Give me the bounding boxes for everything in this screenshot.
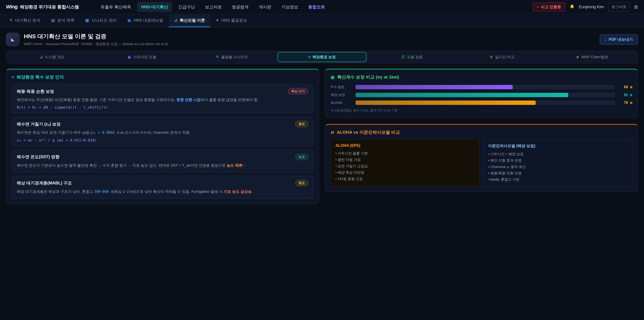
list-item: 해안 지형 효과 반영 — [488, 157, 628, 164]
factor-formula: z₀ = αc · u*² / g (αc ≈ 0.011~0.018) — [17, 138, 308, 142]
logout-button[interactable]: 로그아웃 — [608, 2, 630, 12]
section-tab-label: 해양환경 보정 — [312, 55, 336, 60]
lee-model-feature-list: 가우시안 + 해양 보정 해안 지형 효과 반영 Charnock z₀ 동적 … — [488, 151, 628, 183]
list-item: 해풍/육풍 전환 반영 — [488, 170, 628, 176]
module-tabbar: ✎ 대기확산 분석 ▤ 분석 목록 ▦ 시나리오 관리 ▣ HNS 대응매뉴얼 … — [0, 14, 644, 28]
pencil-icon: ✎ — [216, 55, 219, 59]
section-tab-model-validation[interactable]: ☑ 모델 검증 — [368, 52, 456, 62]
marine-correction-card: ≈ 해양환경 특수 보정 인자 해풍·육풍 순환 보정 핵심 인자 해안에서는 … — [6, 69, 319, 204]
list-item: 평탄 지형 가정 — [336, 157, 475, 163]
tab-label: 대기확산 분석 — [15, 18, 40, 23]
manual-book-icon: ▣ — [128, 18, 131, 22]
factor-title: 해수면 온도(SST) 영향 — [17, 154, 59, 160]
section-tab-system-overview[interactable]: ⊿ 시스템 개요 — [8, 52, 96, 62]
ruler-icon: ◣ — [11, 38, 14, 42]
list-item: Charnock z₀ 동적 계산 — [488, 164, 628, 170]
factor-description: 해수면은 육상 대비 표면 거칠기가 매우 낮음 (z₀ ≈ 0.0002 m … — [17, 130, 308, 136]
bar-row-aloha: ALOHA 78 m — [331, 101, 632, 105]
top-navigation: Wing 해양환경 위기대응 통합시스템 유출유 확산예측 HNS·대기확산 긴… — [0, 0, 644, 14]
tab-label: HNS 물질정보 — [221, 18, 247, 23]
tab-hns-substance-info[interactable]: ✦ HNS 물질정보 — [210, 14, 252, 27]
bar-fill — [356, 101, 536, 105]
factor-badge: 중요 — [295, 121, 308, 127]
list-item: MABL 혼합고 가변 — [488, 176, 628, 183]
bar-fill — [356, 93, 568, 97]
bar-track — [356, 85, 615, 89]
card-title-label: ALOHA vs 이문진박사모델 비교 — [337, 129, 400, 135]
alert-dot-icon: ● — [537, 5, 539, 9]
factor-sst-effect: 해수면 온도(SST) 영향 보조 해수면 온도가 기온보다 높으면 열적 불안… — [12, 150, 313, 172]
bar-value: 78 m — [618, 101, 632, 105]
nav-item-aerial-search[interactable]: 항공탐색 — [228, 2, 253, 12]
header-iconbox: ◣ — [6, 33, 20, 46]
section-tab-wrf-chem[interactable]: ➤ WRF-Chem발전 — [548, 52, 636, 62]
factor-title: 해풍·육풍 순환 보정 — [17, 89, 54, 94]
hamburger-menu-button[interactable]: ≡ — [634, 4, 638, 10]
user-name: Eunjeong Kim — [579, 5, 604, 9]
chart-icon: ⊿ — [174, 18, 178, 22]
section-tab-realtime-comparison[interactable]: ↯ 실시간 비교 — [458, 52, 546, 62]
lee-model-box: 이문진박사모델 (해양 보정) 가우시안 + 해양 보정 해안 지형 효과 반영… — [484, 139, 632, 187]
nav-item-weather[interactable]: 기상정보 — [278, 2, 302, 12]
brand-mark: Wing — [6, 4, 18, 10]
factor-badge: 보조 — [295, 154, 308, 160]
factor-description: 해수면 온도가 기온보다 높으면 열적 불안정 촉진 → 수직 혼합 증가 → … — [17, 162, 308, 168]
wave-icon: ≈ — [308, 55, 310, 59]
factor-description: 해양 대기경계층은 육상과 구조가 상이. 혼합고 300~800 m(육상 1… — [17, 189, 308, 195]
nav-item-integrated-search[interactable]: 통합조회 — [304, 2, 329, 12]
brand-logo[interactable]: Wing 해양환경 위기대응 통합시스템 — [6, 4, 79, 10]
check-icon: ☑ — [401, 55, 405, 59]
nav-item-hns-diffusion[interactable]: HNS·대기확산 — [137, 2, 172, 12]
main-nav: 유출유 확산예측 HNS·대기확산 긴급구난 보고자료 항공탐색 게시판 기상정… — [96, 2, 329, 12]
tab-label: 분석 목록 — [57, 18, 74, 23]
model-comparison-card: ⇄ ALOHA vs 이문진박사모델 비교 ALOHA (EPA) 가우시안 플… — [325, 124, 638, 192]
bar-value: 92 m — [618, 93, 632, 97]
tab-label: 확산모델 이론 — [180, 18, 205, 23]
incident-status-badge[interactable]: ● 사고 진행중 — [532, 2, 565, 12]
main-content: ≈ 해양환경 특수 보정 인자 해풍·육풍 순환 보정 핵심 인자 해안에서는 … — [6, 69, 638, 204]
section-tab-label: WRF-Chem발전 — [582, 55, 608, 60]
nav-item-reports[interactable]: 보고자료 — [201, 2, 226, 12]
factor-formula: θ(t) = θ₀ + Δθ · sigmoid((t - t_shift)/τ… — [17, 105, 308, 109]
section-tab-gaussian-model[interactable]: ◉ 가우시안 모델 — [98, 52, 186, 62]
notification-bell-button[interactable] — [569, 4, 575, 10]
pdf-export-button[interactable]: ↓ PDF 내보내기 — [600, 34, 638, 45]
section-tab-substance-scenarios[interactable]: ✎ 물질별 시나리오 — [188, 52, 276, 62]
nav-item-board[interactable]: 게시판 — [255, 2, 276, 12]
card-title-label: 해양환경 특수 보정 인자 — [16, 74, 64, 80]
compare-arrows-icon: ⇄ — [331, 130, 334, 134]
download-icon: ↓ — [605, 38, 607, 42]
menu-icon: ≡ — [634, 3, 638, 11]
pencil-icon: ✎ — [10, 18, 13, 22]
factor-title: 해상 대기경계층(MABL) 구조 — [17, 180, 72, 186]
section-tab-label: 시스템 개요 — [45, 55, 64, 60]
factor-badge: 중요 — [295, 180, 308, 186]
tab-hns-manual[interactable]: ▣ HNS 대응매뉴얼 — [122, 14, 169, 27]
page-subtitle: WRF-Chem · Gaussian Plume/Puff · ROMS · … — [24, 42, 169, 46]
factor-list: 해풍·육풍 순환 보정 핵심 인자 해안에서는 주간(해풍)·야간(육풍) 풍향… — [12, 84, 313, 199]
tab-scenario-management[interactable]: ▦ 시나리오 관리 — [80, 14, 122, 27]
diffusion-coefficient-chart-card: ▦ 확산계수 보정 비교 (σy at 1km) P-G 원본 68 m 해양 … — [325, 69, 638, 118]
section-tab-label: 물질별 시나리오 — [221, 55, 248, 60]
list-item: 해양 특성 미반영 — [336, 169, 475, 176]
tab-analysis-list[interactable]: ▤ 분석 목록 — [46, 14, 80, 27]
section-tab-label: 가우시안 모델 — [133, 55, 156, 60]
pdf-export-label: PDF 내보내기 — [609, 37, 633, 42]
section-tab-marine-correction[interactable]: ≈ 해양환경 보정 — [278, 52, 366, 62]
scenario-icon: ▦ — [85, 18, 89, 22]
bell-icon — [569, 4, 575, 10]
factor-description: 해안에서는 주간(해풍)·야간(육풍) 풍향 전환 발생. 기존 가우시안 모델… — [17, 97, 308, 103]
page-title: HNS 대기확산 모델 이론 및 검증 — [24, 33, 169, 40]
right-column: ▦ 확산계수 보정 비교 (σy at 1km) P-G 원본 68 m 해양 … — [325, 69, 638, 192]
flask-icon: ✦ — [216, 18, 219, 22]
bar-label: ALOHA — [331, 101, 352, 105]
tab-atmos-analysis[interactable]: ✎ 대기확산 분석 — [4, 14, 46, 27]
bar-label: P-G 원본 — [331, 85, 352, 89]
section-tab-label: 모델 검증 — [407, 55, 423, 60]
tab-diffusion-model-theory[interactable]: ⊿ 확산모델 이론 — [169, 14, 210, 27]
factor-sea-land-breeze: 해풍·육풍 순환 보정 핵심 인자 해안에서는 주간(해풍)·야간(육풍) 풍향… — [12, 84, 313, 113]
nav-item-oil-spill[interactable]: 유출유 확산예측 — [96, 2, 135, 12]
bar-label: 해양 보정 — [331, 93, 352, 97]
tab-label: 시나리오 관리 — [92, 18, 117, 23]
nav-item-rescue[interactable]: 긴급구난 — [174, 2, 199, 12]
